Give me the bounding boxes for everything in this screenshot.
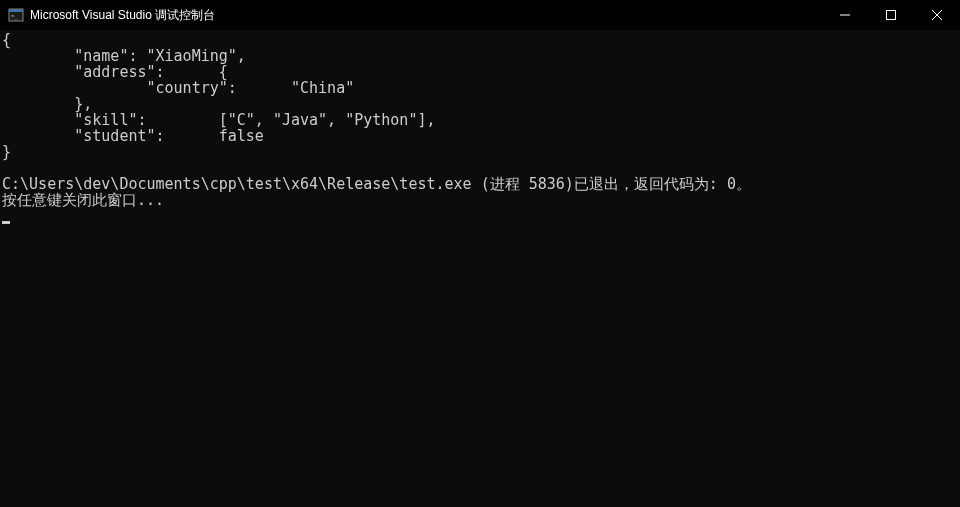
titlebar-left: >_ Microsoft Visual Studio 调试控制台 xyxy=(8,7,215,24)
titlebar: >_ Microsoft Visual Studio 调试控制台 xyxy=(0,0,960,30)
svg-text:>_: >_ xyxy=(11,12,19,20)
console-line: } xyxy=(2,143,11,161)
console-line: 按任意键关闭此窗口... xyxy=(2,191,164,209)
text-cursor xyxy=(2,221,10,224)
close-button[interactable] xyxy=(914,0,960,30)
window-title: Microsoft Visual Studio 调试控制台 xyxy=(30,7,215,24)
maximize-button[interactable] xyxy=(868,0,914,30)
window-controls xyxy=(822,0,960,30)
minimize-button[interactable] xyxy=(822,0,868,30)
svg-rect-4 xyxy=(887,11,896,20)
console-output[interactable]: { "name": "XiaoMing", "address": { "coun… xyxy=(0,30,960,507)
console-line: "student": false xyxy=(2,127,264,145)
console-app-icon: >_ xyxy=(8,7,24,23)
